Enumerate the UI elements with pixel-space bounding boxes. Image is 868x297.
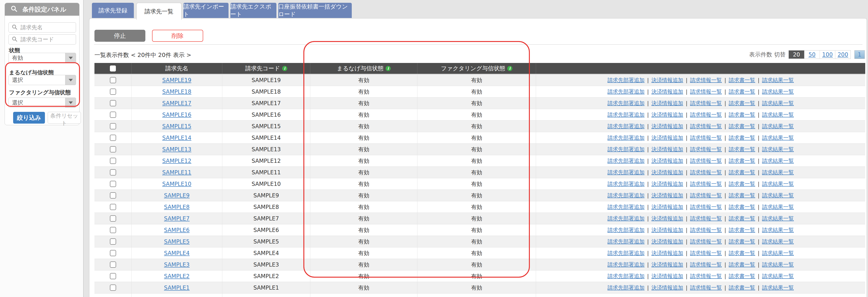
action-link-5[interactable]: 請求結果一覧 <box>762 238 794 245</box>
action-link-5[interactable]: 請求結果一覧 <box>762 134 794 141</box>
action-link-5[interactable]: 請求結果一覧 <box>762 169 794 176</box>
action-link-2[interactable]: 決済情報追加 <box>651 192 683 199</box>
action-link-5[interactable]: 請求結果一覧 <box>762 192 794 199</box>
action-link-4[interactable]: 請求書一覧 <box>728 238 755 245</box>
action-link-3[interactable]: 請求情報一覧 <box>690 88 722 95</box>
row-checkbox[interactable] <box>110 89 116 95</box>
billing-code-input[interactable] <box>21 36 73 43</box>
action-link-5[interactable]: 請求結果一覧 <box>762 77 794 84</box>
action-link-4[interactable]: 請求書一覧 <box>728 261 755 268</box>
billing-name-input[interactable] <box>21 24 73 31</box>
action-link-1[interactable]: 請求先部署追加 <box>608 215 645 222</box>
action-link-2[interactable]: 決済情報追加 <box>651 77 683 84</box>
action-link-4[interactable]: 請求書一覧 <box>728 77 755 84</box>
action-link-5[interactable]: 請求結果一覧 <box>762 249 794 257</box>
action-link-1[interactable]: 請求先部署追加 <box>608 123 645 130</box>
action-link-2[interactable]: 決済情報追加 <box>651 249 683 257</box>
row-checkbox[interactable] <box>110 215 116 221</box>
action-link-1[interactable]: 請求先部署追加 <box>608 284 645 291</box>
action-link-1[interactable]: 請求先部署追加 <box>608 169 645 176</box>
action-link-4[interactable]: 請求書一覧 <box>728 88 755 95</box>
action-link-2[interactable]: 決済情報追加 <box>651 238 683 245</box>
action-link-1[interactable]: 請求先部署追加 <box>608 99 645 107</box>
info-icon[interactable]: i <box>385 66 391 71</box>
billing-name-link[interactable]: SAMPLE5 <box>164 238 190 245</box>
row-checkbox[interactable] <box>110 77 116 83</box>
tab-3[interactable]: 請求先インポート <box>183 3 228 18</box>
action-link-1[interactable]: 請求先部署追加 <box>608 111 645 118</box>
chevron-down-icon[interactable] <box>65 53 76 63</box>
billing-name-link[interactable]: SAMPLE10 <box>162 181 191 187</box>
action-link-4[interactable]: 請求書一覧 <box>728 284 755 291</box>
delete-button[interactable]: 削除 <box>152 30 203 42</box>
action-link-1[interactable]: 請求先部署追加 <box>608 238 645 245</box>
action-link-5[interactable]: 請求結果一覧 <box>762 111 794 118</box>
page-size-200[interactable]: 200 <box>835 51 850 59</box>
filter-button[interactable]: 絞り込み <box>13 112 45 124</box>
action-link-3[interactable]: 請求情報一覧 <box>690 203 722 210</box>
action-link-5[interactable]: 請求結果一覧 <box>762 284 794 291</box>
action-link-2[interactable]: 決済情報追加 <box>651 111 683 118</box>
action-link-3[interactable]: 請求情報一覧 <box>690 192 722 199</box>
tab-5[interactable]: 口座振替依頼書一括ダウンロード <box>278 3 352 18</box>
action-link-4[interactable]: 請求書一覧 <box>728 157 755 165</box>
action-link-4[interactable]: 請求書一覧 <box>728 249 755 257</box>
action-link-2[interactable]: 決済情報追加 <box>651 227 683 234</box>
action-link-5[interactable]: 請求結果一覧 <box>762 146 794 153</box>
action-link-2[interactable]: 決済情報追加 <box>651 146 683 153</box>
billing-name-link[interactable]: SAMPLE8 <box>164 204 190 210</box>
info-icon[interactable]: i <box>507 66 512 71</box>
action-link-4[interactable]: 請求書一覧 <box>728 99 755 107</box>
action-link-1[interactable]: 請求先部署追加 <box>608 134 645 141</box>
action-link-5[interactable]: 請求結果一覧 <box>762 261 794 268</box>
action-link-5[interactable]: 請求結果一覧 <box>762 88 794 95</box>
billing-name-link[interactable]: SAMPLE7 <box>164 215 190 222</box>
action-link-1[interactable]: 請求先部署追加 <box>608 227 645 234</box>
row-checkbox[interactable] <box>110 273 116 279</box>
billing-name-link[interactable]: SAMPLE1 <box>164 285 190 291</box>
row-checkbox[interactable] <box>110 192 116 199</box>
row-checkbox[interactable] <box>110 146 116 152</box>
action-link-3[interactable]: 請求情報一覧 <box>690 272 722 280</box>
action-link-4[interactable]: 請求書一覧 <box>728 203 755 210</box>
action-link-3[interactable]: 請求情報一覧 <box>690 261 722 268</box>
action-link-4[interactable]: 請求書一覧 <box>728 215 755 222</box>
chevron-down-icon[interactable] <box>65 75 76 85</box>
action-link-3[interactable]: 請求情報一覧 <box>690 77 722 84</box>
action-link-1[interactable]: 請求先部署追加 <box>608 192 645 199</box>
action-link-4[interactable]: 請求書一覧 <box>728 111 755 118</box>
action-link-4[interactable]: 請求書一覧 <box>728 272 755 280</box>
action-link-4[interactable]: 請求書一覧 <box>728 146 755 153</box>
action-link-2[interactable]: 決済情報追加 <box>651 180 683 187</box>
marunage-credit-select[interactable]: 選択 <box>8 75 76 85</box>
row-checkbox[interactable] <box>110 238 116 245</box>
chevron-down-icon[interactable] <box>65 98 76 108</box>
action-link-4[interactable]: 請求書一覧 <box>728 180 755 187</box>
action-link-1[interactable]: 請求先部署追加 <box>608 203 645 210</box>
action-link-5[interactable]: 請求結果一覧 <box>762 123 794 130</box>
stop-button[interactable]: 停止 <box>94 30 145 42</box>
page-size-100[interactable]: 100 <box>819 51 835 59</box>
billing-name-link[interactable]: SAMPLE16 <box>162 112 191 118</box>
action-link-2[interactable]: 決済情報追加 <box>651 134 683 141</box>
action-link-5[interactable]: 請求結果一覧 <box>762 272 794 280</box>
row-checkbox[interactable] <box>110 158 116 164</box>
page-number-button[interactable]: 1 <box>855 50 865 59</box>
action-link-3[interactable]: 請求情報一覧 <box>690 123 722 130</box>
action-link-3[interactable]: 請求情報一覧 <box>690 99 722 107</box>
billing-name-link[interactable]: SAMPLE13 <box>162 146 191 153</box>
action-link-2[interactable]: 決済情報追加 <box>651 261 683 268</box>
action-link-5[interactable]: 請求結果一覧 <box>762 227 794 234</box>
billing-name-link[interactable]: SAMPLE18 <box>162 89 191 95</box>
action-link-1[interactable]: 請求先部署追加 <box>608 180 645 187</box>
action-link-4[interactable]: 請求書一覧 <box>728 169 755 176</box>
action-link-3[interactable]: 請求情報一覧 <box>690 238 722 245</box>
action-link-2[interactable]: 決済情報追加 <box>651 99 683 107</box>
action-link-1[interactable]: 請求先部署追加 <box>608 77 645 84</box>
row-checkbox[interactable] <box>110 181 116 187</box>
action-link-2[interactable]: 決済情報追加 <box>651 272 683 280</box>
action-link-2[interactable]: 決済情報追加 <box>651 123 683 130</box>
row-checkbox[interactable] <box>110 123 116 129</box>
action-link-3[interactable]: 請求情報一覧 <box>690 157 722 165</box>
action-link-2[interactable]: 決済情報追加 <box>651 169 683 176</box>
